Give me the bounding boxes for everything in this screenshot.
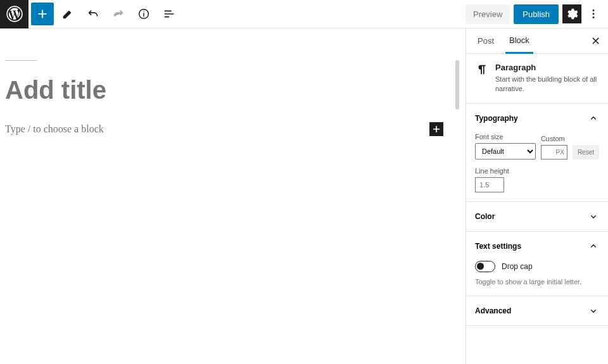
tab-block[interactable]: Block [505, 28, 533, 54]
drop-cap-label: Drop cap [502, 262, 533, 271]
info-icon [137, 7, 151, 21]
post-title-input[interactable] [5, 76, 451, 104]
drop-cap-toggle[interactable] [475, 261, 495, 272]
color-panel-toggle[interactable]: Color [466, 202, 608, 231]
chevron-up-icon [588, 241, 599, 252]
undo-icon [86, 7, 100, 21]
chevron-down-icon [588, 211, 599, 222]
more-vertical-icon [586, 7, 600, 21]
scrollbar[interactable] [455, 60, 459, 110]
redo-button[interactable] [107, 3, 130, 25]
chevron-down-icon [588, 305, 599, 317]
advanced-panel-toggle[interactable]: Advanced [466, 296, 608, 325]
paragraph-block-input[interactable] [5, 123, 451, 135]
plus-icon [35, 7, 49, 21]
line-height-input[interactable] [475, 177, 504, 192]
svg-point-4 [593, 16, 595, 18]
svg-point-2 [593, 9, 595, 11]
typography-panel-toggle[interactable]: Typography [466, 104, 608, 133]
block-name: Paragraph [495, 63, 599, 72]
font-size-select[interactable]: Default [475, 143, 536, 160]
tab-post[interactable]: Post [474, 28, 498, 54]
info-button[interactable] [132, 3, 155, 25]
wordpress-icon [6, 6, 23, 22]
block-description: Start with the building block of all nar… [495, 75, 599, 94]
pencil-icon [61, 7, 75, 21]
gear-icon [565, 7, 579, 21]
paragraph-icon [475, 63, 489, 94]
reset-font-size-button[interactable]: Reset [573, 145, 599, 160]
drop-cap-help: Toggle to show a large initial letter. [475, 277, 599, 287]
outline-button[interactable] [158, 3, 180, 25]
close-sidebar-button[interactable]: ✕ [591, 34, 600, 48]
title-divider [5, 60, 37, 61]
list-icon [162, 7, 176, 21]
plus-icon [430, 123, 443, 135]
insert-block-button[interactable] [429, 122, 443, 136]
svg-point-3 [593, 13, 595, 15]
line-height-label: Line height [475, 167, 599, 175]
redo-icon [111, 7, 125, 21]
text-settings-panel-toggle[interactable]: Text settings [466, 232, 608, 261]
editor-canvas[interactable] [0, 28, 466, 364]
settings-sidebar: Post Block ✕ Paragraph Start with the bu… [466, 28, 608, 364]
add-block-button[interactable] [31, 3, 54, 25]
more-options-button[interactable] [584, 4, 603, 23]
preview-button[interactable]: Preview [466, 4, 510, 24]
publish-button[interactable]: Publish [514, 4, 559, 24]
settings-button[interactable] [562, 4, 581, 23]
chevron-up-icon [588, 113, 599, 124]
wordpress-logo[interactable] [0, 0, 28, 28]
undo-button[interactable] [82, 3, 104, 25]
custom-size-input[interactable] [541, 145, 567, 160]
font-size-label: Font size [475, 133, 536, 141]
edit-mode-button[interactable] [56, 3, 79, 25]
custom-size-label: Custom [541, 135, 567, 142]
